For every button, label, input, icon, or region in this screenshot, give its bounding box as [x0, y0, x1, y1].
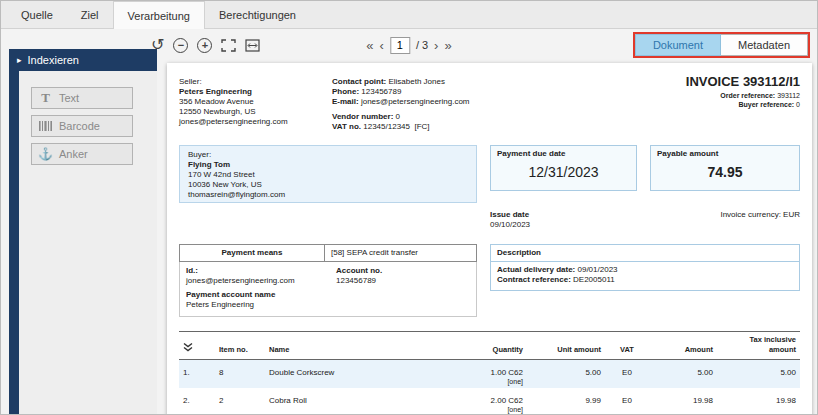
buyer-reference-label: Buyer reference:: [739, 101, 795, 108]
fit-width-icon[interactable]: [245, 39, 260, 52]
row-item-no: 8: [215, 360, 265, 389]
expand-rows-icon[interactable]: [183, 345, 193, 354]
payable-amount-label: Payable amount: [657, 149, 793, 159]
delivery-date-value: 09/01/2023: [577, 265, 617, 274]
contact-point-label: Contact point:: [332, 77, 386, 86]
vendor-number-label: Vendor number:: [332, 112, 393, 121]
col-name: Name: [265, 332, 455, 360]
col-vat: VAT: [605, 332, 649, 360]
invoice-currency: Invoice currency: EUR: [637, 210, 800, 230]
text-tool-button[interactable]: T Text: [31, 87, 133, 109]
row-item-no: 2: [215, 388, 265, 415]
contact-block: Contact point: Elisabeth Jones Phone: 12…: [332, 77, 557, 132]
line-item-row: 1. 8 Double Corkscrew 1.00 C62 [one] 5.0…: [179, 360, 800, 389]
col-quantity: Quantity: [455, 332, 527, 360]
delivery-date-label: Actual delivery date:: [497, 265, 575, 274]
text-tool-label: Text: [59, 92, 79, 104]
buyer-email: thomasrein@flyingtom.com: [188, 190, 468, 200]
buyer-box: Buyer: Flying Tom 170 W 42nd Street 1003…: [179, 145, 477, 203]
tab-verarbeitung[interactable]: Verarbeitung: [113, 1, 205, 29]
invoice-title: INVOICE 393112/I1: [557, 77, 800, 87]
barcode-icon: [39, 121, 52, 131]
page-number-input[interactable]: [390, 37, 410, 54]
seller-name: Peters Engineering: [179, 87, 332, 97]
issue-date-value: 09/10/2023: [490, 220, 637, 230]
payable-amount-value: 74.95: [657, 164, 793, 180]
buyer-address1: 170 W 42nd Street: [188, 170, 468, 180]
sidebar-content: T Text Barcode ⚓ Anker: [19, 71, 157, 414]
first-page-icon[interactable]: «: [366, 38, 373, 53]
page-total-label: / 3: [416, 39, 428, 51]
payment-due-label: Payment due date: [497, 149, 630, 159]
dokument-button[interactable]: Dokument: [635, 34, 721, 56]
row-amount: 5.00: [649, 360, 717, 389]
description-box: Description Actual delivery date: 09/01/…: [490, 244, 800, 291]
issue-date-block: Issue date 09/10/2023: [490, 210, 637, 230]
row-name: Cobra Roll: [265, 388, 455, 415]
row-unit-amount: 5.00: [527, 360, 605, 389]
vendor-number-value: 0: [396, 112, 400, 121]
anker-tool-button[interactable]: ⚓ Anker: [31, 143, 133, 165]
fit-page-icon[interactable]: [221, 39, 236, 52]
payment-means-type: [58] SEPA credit transfer: [325, 245, 476, 261]
zoom-out-icon[interactable]: −: [173, 38, 188, 53]
payment-due-value: 12/31/2023: [497, 164, 630, 180]
description-header: Description: [491, 245, 799, 262]
barcode-tool-button[interactable]: Barcode: [31, 115, 133, 137]
row-unit-amount: 9.99: [527, 388, 605, 415]
buyer-label: Buyer:: [188, 150, 468, 160]
invoice-header: Seller: Peters Engineering 356 Meadow Av…: [167, 63, 812, 132]
prev-page-icon[interactable]: ‹: [380, 38, 384, 53]
indexieren-header[interactable]: ▸ Indexieren: [9, 49, 157, 71]
next-page-icon[interactable]: ›: [434, 38, 438, 53]
row-tax-inclusive: 19.98: [717, 388, 800, 415]
invoice-currency-value: EUR: [783, 210, 800, 219]
payment-means-title: Payment means: [180, 245, 325, 261]
description-body: Actual delivery date: 09/01/2023 Contrac…: [491, 262, 799, 290]
last-page-icon[interactable]: »: [444, 38, 451, 53]
phone-label: Phone:: [332, 87, 359, 96]
row-quantity: 1.00 C62 [one]: [455, 360, 527, 389]
row-vat: E0: [605, 360, 649, 389]
invoice-dates-row: Issue date 09/10/2023 Invoice currency: …: [179, 210, 800, 230]
document-preview-page: Seller: Peters Engineering 356 Meadow Av…: [167, 63, 812, 415]
buyer-reference-value: 0: [796, 101, 800, 108]
invoice-summary-row: Buyer: Flying Tom 170 W 42nd Street 1003…: [179, 145, 800, 203]
vat-value: 12345/12345: [363, 122, 410, 131]
viewer-tool-icons: ↺ − +: [151, 29, 260, 61]
col-item-no: Item no.: [215, 332, 265, 360]
text-icon: T: [39, 90, 52, 106]
col-amount: Amount: [649, 332, 717, 360]
row-num: 1.: [179, 360, 215, 389]
anker-tool-label: Anker: [59, 148, 88, 160]
row-quantity: 2.00 C62 [one]: [455, 388, 527, 415]
metadaten-button[interactable]: Metadaten: [721, 34, 808, 56]
payment-account-name-label: Payment account name: [186, 290, 470, 300]
top-tab-bar: Quelle Ziel Verarbeitung Berechtigungen: [1, 1, 817, 29]
row-num: 2.: [179, 388, 215, 415]
seller-email: jones@petersengineering.com: [179, 117, 332, 127]
barcode-tool-label: Barcode: [59, 120, 100, 132]
sidebar-accent-strip: [9, 71, 19, 414]
invoice-title-block: INVOICE 393112/I1 Order reference: 39311…: [557, 77, 800, 132]
seller-label: Seller:: [179, 77, 332, 87]
tab-ziel[interactable]: Ziel: [67, 1, 113, 28]
phone-value: 123456789: [361, 87, 401, 96]
payable-amount-box: Payable amount 74.95: [650, 145, 800, 191]
col-tax-inclusive: Tax inclusive amount: [717, 332, 800, 360]
payment-means-header: Payment means [58] SEPA credit transfer: [179, 244, 477, 262]
contract-reference-label: Contract reference:: [497, 275, 571, 284]
order-reference-value: 393112: [777, 92, 800, 99]
row-vat: E0: [605, 388, 649, 415]
tab-berechtigungen[interactable]: Berechtigungen: [205, 1, 310, 28]
payment-due-box: Payment due date 12/31/2023: [490, 145, 637, 191]
vat-label: VAT no.: [332, 122, 361, 131]
payment-description-row: Payment means [58] SEPA credit transfer …: [179, 244, 800, 317]
zoom-in-icon[interactable]: +: [197, 38, 212, 53]
account-no-label: Account no.: [336, 266, 470, 276]
app-window: Quelle Ziel Verarbeitung Berechtigungen …: [0, 0, 818, 415]
payment-id-label: Id.:: [186, 266, 336, 276]
email-label: E-mail:: [332, 97, 359, 106]
sidebar-body: T Text Barcode ⚓ Anker: [9, 71, 157, 414]
tab-quelle[interactable]: Quelle: [7, 1, 67, 28]
